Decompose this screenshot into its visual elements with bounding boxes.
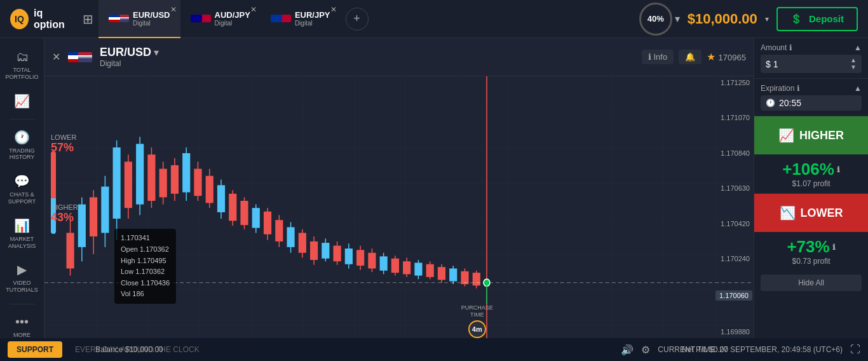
clock-icon: 🕐 — [766, 99, 775, 107]
close-tab-audjpy[interactable]: ✕ — [250, 5, 257, 14]
tab-eurjpy[interactable]: ✕ EUR/JPY Digital — [261, 0, 341, 38]
svg-rect-17 — [147, 154, 155, 201]
sidebar-item-portfolio[interactable]: 🗂 TOTALPORTFOLIO — [2, 44, 43, 86]
tab-audjpy[interactable]: ✕ AUD/JPY Digital — [180, 0, 261, 38]
flag-eur2 — [271, 15, 282, 22]
left-sidebar: 🗂 TOTALPORTFOLIO 📈 🕐 TRADINGHISTORY 💬 CH… — [0, 38, 44, 361]
amount-stepper[interactable]: ▲ ▼ — [850, 57, 857, 71]
sidebar-item-chat[interactable]: 💬 CHATS &SUPPORT — [2, 168, 43, 210]
price-7: 1.169880 — [715, 328, 752, 336]
star-button[interactable]: ★ 170965 — [707, 50, 746, 64]
svg-rect-5 — [78, 205, 86, 247]
amount-expand-icon[interactable]: ▲ — [854, 43, 862, 52]
lower-label: LOWER — [51, 133, 76, 141]
close-chart-button[interactable]: ✕ — [52, 51, 60, 63]
more-icon: ••• — [15, 315, 29, 329]
higher-button-label: HIGHER — [799, 129, 844, 142]
status-bar: SUPPORT EVERY DAY, AROUND THE CLOCK Bala… — [0, 338, 868, 361]
grid-icon[interactable]: ⊞ — [83, 11, 93, 27]
chart-canvas: LOWER 57% HIGHER 43% 📊 1m ✏ 〰 30m ℹ — [44, 76, 754, 361]
balance-status-value: $10,000.00 — [125, 345, 163, 354]
expiration-section: Expiration ℹ ▲ 🕐 20:55 — [754, 79, 868, 116]
svg-rect-19 — [159, 169, 167, 198]
svg-rect-37 — [264, 212, 271, 235]
svg-rect-45 — [310, 242, 318, 260]
sidebar-item-market[interactable]: 📊 MARKETANALYSIS — [2, 213, 43, 255]
purchase-timer: 4m — [468, 320, 486, 338]
higher-label-chart: HIGHER — [51, 203, 78, 211]
settings-icon[interactable]: ⚙ — [641, 344, 650, 356]
expiration-label: Expiration — [761, 84, 794, 93]
volume-icon[interactable]: 🔊 — [621, 344, 634, 356]
price-2: 1.171070 — [715, 114, 752, 121]
price-4: 1.170630 — [715, 184, 752, 192]
chart-area: ✕ EUR/USD ▾ Digital ℹ Info 🔔 ★ 170965 — [44, 38, 754, 361]
pair-dropdown-icon[interactable]: ▾ — [154, 46, 159, 58]
deposit-button[interactable]: 💲 Deposit — [776, 7, 858, 31]
lower-info-icon: ℹ — [832, 243, 836, 252]
ohlc-high: High 1.170495 — [121, 255, 170, 267]
tab-eurusd-name: EUR/USD — [133, 10, 170, 20]
higher-button[interactable]: 📈 HIGHER — [754, 116, 868, 154]
history-icon: 🕐 — [14, 130, 30, 145]
balance-display[interactable]: $10,000.00 — [688, 11, 757, 27]
amount-info-icon: ℹ — [789, 43, 792, 52]
svg-rect-59 — [391, 259, 399, 273]
ohlc-close: Close 1.170436 — [121, 278, 170, 289]
price-3: 1.170840 — [715, 149, 752, 157]
info-button[interactable]: ℹ Info — [642, 50, 674, 64]
notification-button[interactable]: 🔔 — [679, 50, 702, 64]
tab-eurusd[interactable]: ✕ EUR/USD Digital — [98, 0, 180, 38]
pair-name: EUR/USD — [100, 46, 151, 59]
svg-rect-35 — [252, 208, 260, 228]
hide-all-button[interactable]: Hide All — [761, 275, 862, 291]
logo-text: iq option — [34, 8, 72, 31]
ohlc-vol: Vol 186 — [121, 289, 170, 300]
portfolio-icon: 🗂 — [16, 50, 29, 64]
sidebar-item-chart[interactable]: 📈 — [2, 88, 43, 114]
close-tab-eurusd[interactable]: ✕ — [170, 5, 177, 14]
expiration-expand-icon[interactable]: ▲ — [854, 84, 862, 93]
chart-svg — [44, 76, 754, 361]
logo-icon[interactable]: IQ — [10, 9, 29, 29]
add-tab-button[interactable]: + — [346, 8, 369, 31]
price-1: 1.171250 — [715, 79, 752, 86]
fullscreen-icon[interactable]: ⛶ — [850, 344, 860, 355]
balance-status: Balance $10,000.00 — [95, 345, 163, 354]
ohlc-tooltip: 1.170341 Open 1.170362 High 1.170495 Low… — [114, 229, 176, 304]
price-highlight: 1.170060 — [715, 290, 752, 301]
sidebar-item-video[interactable]: ▶ VIDEOTUTORIALS — [2, 257, 43, 299]
right-panel: Amount ℹ ▲ $ 1 ▲ ▼ Expiration ℹ ▲ 🕐 20: — [754, 38, 868, 361]
tab-eurusd-sub: Digital — [133, 20, 170, 27]
amount-down[interactable]: ▼ — [850, 64, 857, 71]
tab-audjpy-name: AUD/JPY — [215, 10, 250, 20]
tabs-area: ✕ EUR/USD Digital ✕ AUD/JPY Digital — [98, 0, 629, 38]
chat-icon: 💬 — [14, 174, 30, 189]
higher-profit-amt: $1.07 profit — [761, 179, 862, 188]
higher-profit-pct: +106% ℹ — [761, 160, 862, 179]
price-5: 1.170420 — [715, 220, 752, 228]
svg-rect-53 — [356, 250, 364, 266]
svg-rect-41 — [287, 227, 294, 247]
pct-circle[interactable]: 40% — [639, 3, 672, 36]
balance-arrow[interactable]: ▾ — [765, 15, 769, 24]
lower-button[interactable]: 📉 LOWER — [754, 194, 868, 232]
tab-audjpy-sub: Digital — [215, 20, 250, 27]
sidebar-item-history[interactable]: 🕐 TRADINGHISTORY — [2, 125, 43, 167]
sidebar-divider-2 — [10, 304, 35, 304]
right-nav: 40% ▾ $10,000.00 ▾ 💲 Deposit — [629, 3, 868, 36]
price-labels: 1.171250 1.171070 1.170840 1.170630 1.17… — [715, 76, 752, 338]
svg-rect-15 — [136, 144, 144, 204]
amount-up[interactable]: ▲ — [850, 57, 857, 64]
video-icon: ▶ — [17, 262, 27, 277]
amount-label: Amount — [761, 43, 787, 52]
svg-rect-3 — [66, 233, 74, 268]
purchase-time-area: PURCHASETIME 4m — [461, 304, 493, 338]
support-button[interactable]: SUPPORT — [8, 341, 62, 358]
timezone: (UTC+6) — [813, 345, 843, 354]
amount-controls: $ 1 ▲ ▼ — [761, 55, 862, 73]
expiration-info-icon: ℹ — [797, 84, 800, 93]
close-tab-eurjpy[interactable]: ✕ — [330, 5, 337, 14]
star-value: 170965 — [719, 53, 746, 62]
price-6: 1.170240 — [715, 255, 752, 262]
